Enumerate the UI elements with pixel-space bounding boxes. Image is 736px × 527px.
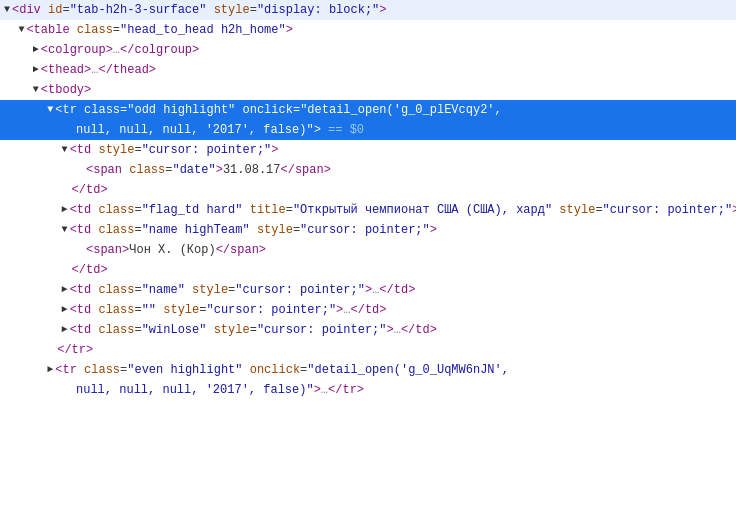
triangle-icon[interactable] — [47, 101, 53, 119]
tree-line[interactable]: <tbody> — [0, 80, 736, 100]
triangle-icon[interactable] — [47, 361, 53, 379]
tree-line[interactable]: </td> — [0, 260, 736, 280]
triangle-icon[interactable] — [62, 141, 68, 159]
triangle-icon[interactable] — [62, 321, 68, 339]
tree-line[interactable]: <table class="head_to_head h2h_home"> — [0, 20, 736, 40]
tree-line[interactable]: </td> — [0, 180, 736, 200]
triangle-icon[interactable] — [33, 81, 39, 99]
triangle-icon[interactable] — [33, 41, 39, 59]
tree-line[interactable]: <td style="cursor: pointer;"> — [0, 140, 736, 160]
dev-tools-panel: <div id="tab-h2h-3-surface" style="displ… — [0, 0, 736, 527]
triangle-icon[interactable] — [62, 301, 68, 319]
triangle-icon[interactable] — [33, 61, 39, 79]
tree-line-continuation[interactable]: null, null, null, '2017', false)">…</tr> — [0, 380, 736, 400]
tree-line[interactable]: <thead>…</thead> — [0, 60, 736, 80]
tree-line[interactable]: <td class="name" style="cursor: pointer;… — [0, 280, 736, 300]
tree-line[interactable]: <td class="name highTeam" style="cursor:… — [0, 220, 736, 240]
tree-line-continuation[interactable]: null, null, null, '2017', false)"> == $0 — [0, 120, 736, 140]
tree-line[interactable]: <span>Чон Х. (Кор)</span> — [0, 240, 736, 260]
tree-line[interactable]: <div id="tab-h2h-3-surface" style="displ… — [0, 0, 736, 20]
tree-line[interactable]: <colgroup>…</colgroup> — [0, 40, 736, 60]
dom-tree: <div id="tab-h2h-3-surface" style="displ… — [0, 0, 736, 400]
tree-line[interactable]: <span class="date">31.08.17</span> — [0, 160, 736, 180]
triangle-icon[interactable] — [62, 201, 68, 219]
triangle-icon[interactable] — [4, 1, 10, 19]
tree-line[interactable]: </tr> — [0, 340, 736, 360]
tree-line[interactable]: <tr class="odd highlight" onclick="detai… — [0, 100, 736, 120]
tree-line[interactable]: <td class="" style="cursor: pointer;">…<… — [0, 300, 736, 320]
triangle-icon[interactable] — [18, 21, 24, 39]
tree-line[interactable]: <td class="winLose" style="cursor: point… — [0, 320, 736, 340]
triangle-icon[interactable] — [62, 281, 68, 299]
tree-line[interactable]: <tr class="even highlight" onclick="deta… — [0, 360, 736, 380]
triangle-icon[interactable] — [62, 221, 68, 239]
tree-line[interactable]: <td class="flag_td hard" title="Открытый… — [0, 200, 736, 220]
